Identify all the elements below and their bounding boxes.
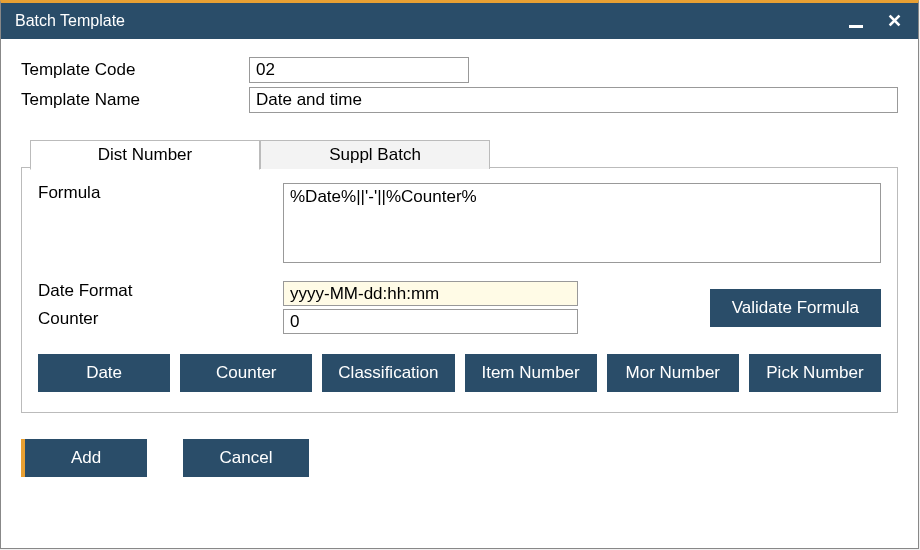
tab-suppl-batch[interactable]: Suppl Batch [260,140,490,169]
add-button[interactable]: Add [21,439,147,477]
template-name-input[interactable] [249,87,898,113]
insert-counter-button[interactable]: Counter [180,354,312,392]
batch-template-window: Batch Template Template Code Template Na… [0,0,919,549]
insert-classification-button[interactable]: Classification [322,354,454,392]
insert-mor-number-button[interactable]: Mor Number [607,354,739,392]
template-name-label: Template Name [21,90,249,110]
tabs-header: Dist Number Suppl Batch [30,140,897,169]
titlebar-controls [846,11,904,31]
date-counter-wrapper: Date Format Counter [38,281,578,334]
insert-item-number-button[interactable]: Item Number [465,354,597,392]
date-counter-validate-row: Date Format Counter Validate Formula [38,281,881,334]
template-code-input[interactable] [249,57,469,83]
date-format-row: Date Format [38,281,578,306]
template-code-label: Template Code [21,60,249,80]
template-code-row: Template Code [21,57,898,83]
titlebar: Batch Template [1,3,918,39]
formula-textarea[interactable]: %Date%||'-'||%Counter% [283,183,881,263]
minimize-icon [849,25,863,28]
tab-dist-number[interactable]: Dist Number [30,140,260,170]
counter-input[interactable] [283,309,578,334]
insert-date-button[interactable]: Date [38,354,170,392]
date-format-input[interactable] [283,281,578,306]
counter-row: Counter [38,309,578,334]
validate-formula-button[interactable]: Validate Formula [710,289,881,327]
insert-pick-number-button[interactable]: Pick Number [749,354,881,392]
formula-row: Formula %Date%||'-'||%Counter% [38,183,881,263]
template-name-row: Template Name [21,87,898,113]
tabs-container: Dist Number Suppl Batch Formula %Date%||… [21,167,898,413]
formula-label: Formula [38,183,283,203]
window-content: Template Code Template Name Dist Number … [1,39,918,548]
tab-content: Formula %Date%||'-'||%Counter% Date Form… [22,169,897,412]
counter-label: Counter [38,309,283,329]
minimize-button[interactable] [846,11,866,31]
close-button[interactable] [884,11,904,31]
insert-button-row: Date Counter Classification Item Number … [38,354,881,392]
window-title: Batch Template [15,12,125,30]
cancel-button[interactable]: Cancel [183,439,309,477]
date-format-label: Date Format [38,281,283,301]
footer-buttons: Add Cancel [21,439,898,477]
